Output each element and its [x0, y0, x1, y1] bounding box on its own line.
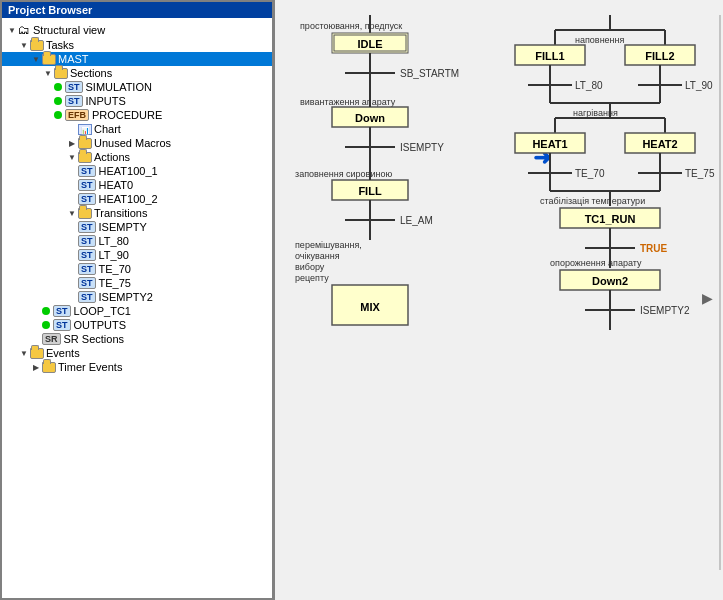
lt80-label: LT_80 [99, 235, 129, 247]
outputs-badge: ST [53, 319, 71, 331]
chart-expand-icon[interactable] [66, 123, 78, 135]
sidebar-item-loop-tc1[interactable]: ST LOOP_TC1 [2, 304, 272, 318]
heat100-2-badge: ST [78, 193, 96, 205]
svg-text:Down: Down [355, 112, 385, 124]
lt90-label: LT_90 [99, 249, 129, 261]
sidebar-item-lt90[interactable]: ST LT_90 [2, 248, 272, 262]
sidebar-item-heat100-2[interactable]: ST HEAT100_2 [2, 192, 272, 206]
transitions-folder-icon [78, 208, 92, 219]
svg-text:ISEMPTY2: ISEMPTY2 [640, 305, 690, 316]
sidebar-item-isempty2[interactable]: ST ISEMPTY2 [2, 290, 272, 304]
svg-text:вивантаження апарату: вивантаження апарату [300, 97, 396, 107]
inputs-dot [54, 97, 62, 105]
chart-icon: 📊 [78, 124, 92, 135]
sidebar-item-te70[interactable]: ST TE_70 [2, 262, 272, 276]
structural-view-item[interactable]: ▼ 🗂 Structural view [2, 22, 272, 38]
sfc-right-svg: наповнення FILL1 FILL2 LT_80 LT_90 [500, 15, 723, 570]
svg-text:перемішування,: перемішування, [295, 240, 362, 250]
events-expand-icon[interactable]: ▼ [18, 347, 30, 359]
svg-text:LT_80: LT_80 [575, 80, 603, 91]
te70-label: TE_70 [99, 263, 131, 275]
sidebar-item-heat100-1[interactable]: ST HEAT100_1 [2, 164, 272, 178]
sidebar-item-events[interactable]: ▼ Events [2, 346, 272, 360]
actions-expand-icon[interactable]: ▼ [66, 151, 78, 163]
sfc-diagram-panel: ➜ ▶ IDLE простоювання, предпуск SB_START… [275, 0, 723, 600]
isempty2-badge: ST [78, 291, 96, 303]
sidebar-item-procedure[interactable]: EFB PROCEDURE [2, 108, 272, 122]
procedure-label: PROCEDURE [92, 109, 162, 121]
timer-events-expand-icon[interactable]: ▶ [30, 361, 42, 373]
tree-area[interactable]: ▼ 🗂 Structural view ▼ Tasks ▼ MAST ▼ Sec… [2, 18, 272, 598]
sidebar-item-unused-macros[interactable]: ▶ Unused Macros [2, 136, 272, 150]
structural-view-label: Structural view [33, 24, 105, 36]
inputs-badge: ST [65, 95, 83, 107]
svg-text:HEAT2: HEAT2 [642, 138, 677, 150]
sidebar-item-sr-sections[interactable]: SR SR Sections [2, 332, 272, 346]
isempty2-label: ISEMPTY2 [99, 291, 153, 303]
sections-expand-icon[interactable]: ▼ [42, 67, 54, 79]
sidebar-item-isempty[interactable]: ST ISEMPTY [2, 220, 272, 234]
sidebar-item-heat0[interactable]: ST HEAT0 [2, 178, 272, 192]
tasks-expand-icon[interactable]: ▼ [18, 39, 30, 51]
svg-text:ISEMPTY: ISEMPTY [400, 142, 444, 153]
svg-text:FILL2: FILL2 [645, 50, 674, 62]
mast-expand-icon[interactable]: ▼ [30, 53, 42, 65]
sidebar-item-chart[interactable]: 📊 Chart [2, 122, 272, 136]
lt90-badge: ST [78, 249, 96, 261]
svg-text:вибору: вибору [295, 262, 325, 272]
svg-text:HEAT1: HEAT1 [532, 138, 567, 150]
svg-text:стабілізація температури: стабілізація температури [540, 196, 645, 206]
sidebar-item-transitions[interactable]: ▼ Transitions [2, 206, 272, 220]
unused-macros-label: Unused Macros [94, 137, 171, 149]
svg-text:TC1_RUN: TC1_RUN [585, 213, 636, 225]
isempty-label: ISEMPTY [99, 221, 147, 233]
timer-events-folder-icon [42, 362, 56, 373]
expand-icon[interactable]: ▼ [6, 24, 18, 36]
loop-tc1-badge: ST [53, 305, 71, 317]
sidebar-item-sections[interactable]: ▼ Sections [2, 66, 272, 80]
sidebar-item-lt80[interactable]: ST LT_80 [2, 234, 272, 248]
sidebar-item-tasks[interactable]: ▼ Tasks [2, 38, 272, 52]
svg-text:заповнення сировиною: заповнення сировиною [295, 169, 392, 179]
unused-macros-expand-icon[interactable]: ▶ [66, 137, 78, 149]
mast-folder-icon [42, 54, 56, 65]
simulation-badge: ST [65, 81, 83, 93]
heat0-label: HEAT0 [99, 179, 134, 191]
sidebar-item-simulation[interactable]: ST SIMULATION [2, 80, 272, 94]
svg-text:LT_90: LT_90 [685, 80, 713, 91]
sidebar-item-timer-events[interactable]: ▶ Timer Events [2, 360, 272, 374]
svg-text:TRUE: TRUE [640, 243, 668, 254]
heat100-2-label: HEAT100_2 [99, 193, 158, 205]
sidebar-item-mast[interactable]: ▼ MAST [2, 52, 272, 66]
inputs-label: INPUTS [86, 95, 126, 107]
chart-label: Chart [94, 123, 121, 135]
svg-text:Down2: Down2 [592, 275, 628, 287]
sfc-left-column: IDLE простоювання, предпуск SB_STARTM ви… [290, 15, 490, 572]
panel-title: Project Browser [2, 2, 272, 18]
svg-text:очікування: очікування [295, 251, 340, 261]
svg-text:нагрівання: нагрівання [573, 108, 618, 118]
sections-folder-icon [54, 68, 68, 79]
svg-text:SB_STARTM: SB_STARTM [400, 68, 459, 79]
svg-text:TE_70: TE_70 [575, 168, 605, 179]
simulation-label: SIMULATION [86, 81, 152, 93]
svg-text:LE_AM: LE_AM [400, 215, 433, 226]
outputs-label: OUTPUTS [74, 319, 127, 331]
procedure-dot [54, 111, 62, 119]
transitions-label: Transitions [94, 207, 147, 219]
isempty-badge: ST [78, 221, 96, 233]
sidebar-item-outputs[interactable]: ST OUTPUTS [2, 318, 272, 332]
sfc-left-svg: IDLE простоювання, предпуск SB_STARTM ви… [290, 15, 490, 570]
sections-label: Sections [70, 67, 112, 79]
events-folder-icon [30, 348, 44, 359]
sfc-right-column: наповнення FILL1 FILL2 LT_80 LT_90 [500, 15, 723, 572]
sidebar-item-te75[interactable]: ST TE_75 [2, 276, 272, 290]
sidebar-item-actions[interactable]: ▼ Actions [2, 150, 272, 164]
sidebar-item-inputs[interactable]: ST INPUTS [2, 94, 272, 108]
heat100-1-label: HEAT100_1 [99, 165, 158, 177]
timer-events-label: Timer Events [58, 361, 122, 373]
outputs-dot [42, 321, 50, 329]
transitions-expand-icon[interactable]: ▼ [66, 207, 78, 219]
tasks-label: Tasks [46, 39, 74, 51]
loop-tc1-dot [42, 307, 50, 315]
